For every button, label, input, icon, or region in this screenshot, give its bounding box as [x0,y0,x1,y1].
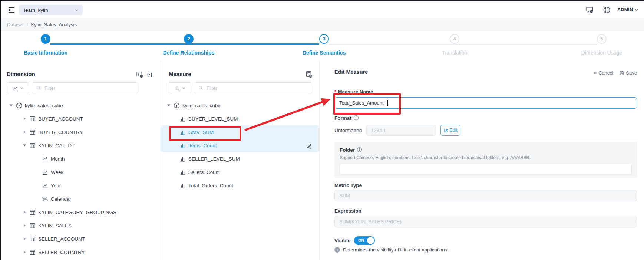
caret-right-icon[interactable] [22,250,27,255]
folder-label: Folder [340,147,632,153]
language-globe-icon[interactable] [602,6,611,14]
project-selector[interactable]: learn_kylin [19,5,83,15]
project-selector-value: learn_kylin [24,7,74,13]
dimension-item-Year[interactable]: Year [1,179,160,192]
bars-icon [179,116,186,122]
step-circle: 4 [450,34,459,44]
measure-name-input[interactable] [334,97,637,109]
caret-right-icon[interactable] [22,116,27,121]
user-menu-admin[interactable]: ADMIN [617,7,638,12]
measure-item-kylin_sales_cube[interactable]: kylin_sales_cube [161,99,319,112]
dimension-item-Calendar[interactable]: Calendar [1,192,160,205]
measure-panel: Measure [161,61,320,260]
dimension-item-KYLIN_CATEGORY_GROUPINGS[interactable]: KYLIN_CATEGORY_GROUPINGS [1,205,160,219]
dimension-item-SELLER_ACCOUNT[interactable]: SELLER_ACCOUNT [1,232,160,246]
dimension-item-Month[interactable]: Month [1,152,160,165]
tree-item-label: Week [51,170,63,175]
table-icon [29,142,36,149]
step-label: Define Relationships [144,50,233,56]
chart-icon [42,169,48,175]
save-icon [619,70,624,76]
step-label: Define Semantics [280,50,369,56]
caret-down-icon[interactable] [166,103,171,108]
chevron-down-icon [74,8,79,13]
visible-toggle[interactable]: ON [354,236,375,245]
save-button[interactable]: Save [619,70,637,76]
measure-filter-input[interactable] [206,85,308,91]
window-left-edge [0,0,1,260]
measure-item-BUYER_LEVEL_SUM[interactable]: BUYER_LEVEL_SUM [161,112,319,125]
step-label: Basic Information [1,50,90,56]
measure-item-GMV_SUM[interactable]: GMV_SUM [161,125,319,139]
hierarchy-icon [42,196,48,202]
dimension-item-KYLIN_SALES[interactable]: KYLIN_SALES [1,219,160,232]
menu-fold-icon[interactable] [7,6,16,14]
visible-note: i Determines the visibility of it in cli… [334,247,449,253]
info-filled-icon: i [334,247,340,253]
metric-type-input: SUM [334,190,637,201]
caret-right-icon[interactable] [22,223,27,228]
measure-panel-title: Measure [169,71,191,77]
breadcrumb-dataset[interactable]: Dataset [7,22,24,27]
dimension-item-BUYER_ACCOUNT[interactable]: BUYER_ACCOUNT [1,112,160,125]
bars-icon [179,129,186,135]
measure-name-label: *Measure Name [334,89,373,95]
step-circle: 3 [319,34,329,44]
expression-input: SUM(KYLIN_SALES.PRICE) [334,216,637,227]
tree-item-label: GMV_SUM [188,129,214,135]
add-table-dimension-icon[interactable] [136,71,143,78]
dimension-filter-input[interactable] [44,85,134,91]
format-edit-button[interactable]: Edit [440,125,460,136]
tree-item-label: KYLIN_CAL_DT [38,143,75,148]
step-basic-information[interactable]: 1 Basic Information [1,34,90,56]
dimension-item-Week[interactable]: Week [1,165,160,179]
step-translation[interactable]: 4 Translation [410,34,499,56]
dimension-item-kylin_sales_cube[interactable]: kylin_sales_cube [1,99,160,112]
tree-item-label: Month [51,156,65,162]
caret-right-icon[interactable] [22,129,27,135]
expression-label: Expression [334,208,361,214]
save-label: Save [626,70,637,76]
tree-item-label: KYLIN_SALES [38,223,72,228]
tree-item-label: SELLER_ACCOUNT [38,236,85,242]
cube-icon [16,102,22,109]
dimension-panel-title: Dimension [7,71,35,77]
caret-right-icon[interactable] [22,210,27,215]
search-icon [36,85,41,90]
dimension-type-dropdown[interactable] [7,82,29,93]
step-dimension-usage[interactable]: 5 Dimension Usage [557,34,644,56]
step-label: Translation [410,50,499,56]
measure-item-Items_Count[interactable]: Items_Count [161,139,319,152]
folder-input[interactable] [340,164,632,175]
step-define-semantics[interactable]: 3 Define Semantics [280,34,369,56]
computed-column-icon[interactable]: {·} [147,72,152,77]
measure-item-Total_Orders_Count[interactable]: Total_Orders_Count [161,179,319,192]
dimension-item-KYLIN_CAL_DT[interactable]: KYLIN_CAL_DT [1,139,160,152]
info-icon [357,147,362,152]
feedback-message-icon[interactable] [585,6,594,14]
cancel-button[interactable]: × Cancel [594,70,613,76]
measure-item-Sellers_Count[interactable]: Sellers_Count [161,165,319,179]
line-chart-icon [12,85,18,91]
edit-pencil-icon[interactable] [306,142,312,149]
metric-type-label: Metric Type [334,182,362,188]
tree-item-label: Calendar [51,196,71,202]
cube-icon [174,102,180,109]
dimension-item-SELLER_COUNTRY[interactable]: SELLER_COUNTRY [1,246,160,259]
caret-down-icon[interactable] [9,103,14,108]
caret-down-icon[interactable] [22,143,27,148]
dimension-item-BUYER_COUNTRY[interactable]: BUYER_COUNTRY [1,125,160,139]
breadcrumb: Dataset / Kylin_Sales_Analysis [1,19,644,31]
bars-icon [179,156,186,162]
tree-item-label: Total_Orders_Count [188,183,233,188]
wizard-stepper: 1 Basic Information 2 Define Relationshi… [1,31,644,61]
add-measure-icon[interactable] [305,71,313,78]
edit-measure-panel: Edit Measure × Cancel Save *Measure Name… [320,61,644,260]
bar-chart-icon [174,85,180,91]
caret-right-icon[interactable] [22,236,27,241]
measure-type-dropdown[interactable] [169,82,191,93]
step-define-relationships[interactable]: 2 Define Relationships [144,34,233,56]
kylin-dataset-semantics-page: learn_kylin ADMIN Dataset [0,0,644,260]
table-icon [29,249,36,256]
measure-item-SELLER_LEVEL_SUM[interactable]: SELLER_LEVEL_SUM [161,152,319,165]
